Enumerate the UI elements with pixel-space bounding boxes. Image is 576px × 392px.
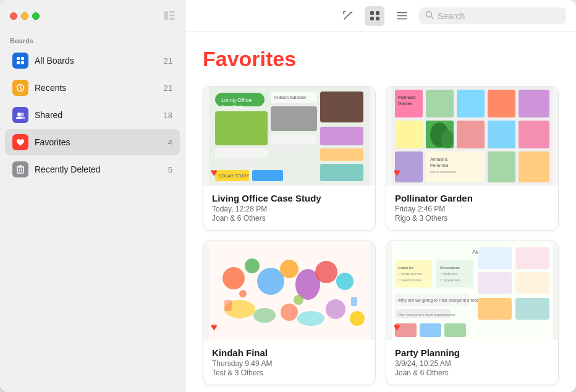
svg-rect-60 bbox=[209, 241, 370, 340]
sidebar-item-recents[interactable]: Recents 21 bbox=[5, 75, 180, 101]
svg-rect-2 bbox=[169, 14, 175, 16]
grid-view-button[interactable] bbox=[365, 6, 384, 26]
svg-rect-97 bbox=[515, 298, 549, 320]
sidebar-toggle-button[interactable] bbox=[164, 10, 175, 23]
svg-text:Decorations: Decorations bbox=[440, 266, 460, 270]
board-date-kindah-final: Thursday 9:49 AM bbox=[212, 359, 366, 368]
board-members-kindah-final: Test & 3 Others bbox=[212, 369, 366, 377]
sidebar-item-label-favorites: Favorites bbox=[35, 137, 162, 147]
svg-rect-14 bbox=[370, 11, 374, 15]
svg-rect-50 bbox=[457, 121, 485, 148]
board-card-pollinator-garden[interactable]: Pollinator Garden bbox=[386, 86, 559, 231]
svg-text:□ Invite friends: □ Invite friends bbox=[398, 272, 422, 276]
svg-rect-0 bbox=[164, 11, 168, 20]
app-window: Boards All Boards 21 Rece bbox=[0, 0, 576, 392]
board-info-living-office: Living Office Case Study Today, 12:28 PM… bbox=[203, 185, 375, 230]
minimize-button[interactable] bbox=[21, 12, 28, 20]
page-content: Favorites Living Office Case Study bbox=[185, 32, 576, 392]
main-toolbar bbox=[185, 0, 576, 32]
svg-rect-27 bbox=[320, 92, 363, 122]
svg-text:□ Streamers: □ Streamers bbox=[440, 278, 460, 282]
search-input[interactable] bbox=[438, 11, 560, 21]
close-button[interactable] bbox=[10, 12, 17, 20]
svg-text:indoor/outdoor: indoor/outdoor bbox=[274, 95, 307, 100]
favorite-heart-living-office[interactable]: ♥ bbox=[211, 166, 218, 179]
svg-rect-59 bbox=[519, 151, 549, 182]
svg-rect-4 bbox=[17, 57, 20, 60]
all-boards-icon bbox=[12, 53, 28, 69]
svg-point-63 bbox=[257, 268, 284, 295]
sidebar-item-count-recently-deleted: 5 bbox=[168, 165, 172, 174]
svg-rect-7 bbox=[21, 61, 24, 64]
favorite-heart-pollinator-garden[interactable]: ♥ bbox=[394, 166, 400, 179]
svg-point-61 bbox=[222, 267, 245, 289]
boards-grid: Living Office Case Study indoor/outdoor bbox=[203, 86, 559, 385]
svg-rect-6 bbox=[17, 61, 20, 64]
board-card-living-office[interactable]: Living Office Case Study indoor/outdoor bbox=[203, 86, 376, 231]
svg-rect-15 bbox=[376, 11, 379, 15]
svg-point-69 bbox=[253, 308, 276, 323]
sidebar-item-count-recents: 21 bbox=[164, 83, 172, 93]
favorite-heart-party-planning[interactable]: ♥ bbox=[394, 321, 400, 334]
new-board-button[interactable] bbox=[337, 6, 357, 26]
sidebar-item-shared[interactable]: Shared 18 bbox=[5, 102, 180, 128]
sidebar-item-favorites[interactable]: Favorites 4 bbox=[5, 129, 180, 155]
svg-point-10 bbox=[20, 113, 24, 116]
board-card-kindah-final[interactable]: ♥ Kindah Final Thursday 9:49 AM Test & 3… bbox=[203, 241, 376, 385]
favorite-heart-kindah-final[interactable]: ♥ bbox=[211, 321, 218, 334]
svg-point-62 bbox=[245, 258, 260, 273]
svg-point-66 bbox=[315, 261, 337, 283]
sidebar-item-count-favorites: 4 bbox=[168, 138, 172, 147]
board-members-living-office: Joan & 6 Others bbox=[212, 214, 366, 223]
svg-rect-90 bbox=[478, 272, 512, 294]
board-thumbnail-kindah-final: ♥ bbox=[203, 241, 375, 340]
sidebar-item-count-all-boards: 21 bbox=[164, 56, 172, 66]
sidebar: Boards All Boards 21 Rece bbox=[0, 0, 185, 392]
svg-rect-76 bbox=[224, 300, 232, 311]
svg-text:Case Study: Case Study bbox=[221, 104, 244, 109]
svg-rect-89 bbox=[515, 247, 549, 269]
svg-point-71 bbox=[297, 311, 324, 326]
svg-rect-42 bbox=[426, 90, 454, 117]
board-thumbnail-living-office: Living Office Case Study indoor/outdoor bbox=[203, 87, 375, 185]
board-info-kindah-final: Kindah Final Thursday 9:49 AM Test & 3 O… bbox=[203, 340, 375, 385]
search-bar bbox=[419, 7, 566, 24]
board-card-party-planning[interactable]: Ava's Birthday Guest list □ Invite frien… bbox=[386, 241, 559, 385]
shared-icon bbox=[12, 107, 28, 123]
sidebar-item-count-shared: 18 bbox=[164, 111, 172, 120]
svg-point-74 bbox=[239, 290, 247, 297]
sidebar-item-label-recently-deleted: Recently Deleted bbox=[35, 164, 162, 174]
svg-rect-37 bbox=[320, 164, 363, 181]
board-members-party-planning: Joan & 6 Others bbox=[395, 369, 549, 377]
svg-rect-44 bbox=[488, 90, 515, 117]
traffic-lights bbox=[10, 12, 40, 20]
titlebar bbox=[0, 0, 185, 32]
page-title: Favorites bbox=[203, 47, 559, 71]
board-name-living-office: Living Office Case Study bbox=[212, 193, 366, 203]
maximize-button[interactable] bbox=[32, 12, 40, 20]
favorites-icon bbox=[12, 134, 28, 150]
sidebar-item-all-boards[interactable]: All Boards 21 bbox=[5, 48, 180, 74]
svg-rect-25 bbox=[215, 111, 268, 145]
svg-rect-46 bbox=[395, 121, 423, 148]
svg-rect-29 bbox=[215, 160, 255, 167]
sidebar-item-recently-deleted[interactable]: Recently Deleted 5 bbox=[5, 156, 180, 182]
board-date-party-planning: 3/9/24, 10:25 AM bbox=[395, 359, 549, 368]
svg-rect-35 bbox=[320, 127, 363, 145]
svg-rect-17 bbox=[376, 17, 379, 20]
board-date-pollinator-garden: Friday 2:46 PM bbox=[395, 205, 549, 213]
svg-rect-96 bbox=[478, 298, 512, 320]
svg-rect-88 bbox=[478, 247, 512, 269]
svg-rect-100 bbox=[444, 323, 466, 337]
list-view-button[interactable] bbox=[392, 6, 412, 26]
boards-section-label: Boards bbox=[0, 32, 185, 47]
svg-text:SOLAR STUDY: SOLAR STUDY bbox=[219, 174, 250, 178]
svg-text:Guest list: Guest list bbox=[398, 266, 413, 270]
sidebar-item-label-recents: Recents bbox=[35, 83, 158, 93]
svg-point-70 bbox=[281, 304, 298, 321]
svg-text:Perennial: Perennial bbox=[430, 163, 449, 168]
recently-deleted-icon bbox=[12, 161, 28, 177]
svg-point-67 bbox=[336, 273, 354, 290]
board-info-pollinator-garden: Pollinator Garden Friday 2:46 PM Rigo & … bbox=[386, 185, 558, 230]
board-name-party-planning: Party Planning bbox=[395, 347, 549, 358]
